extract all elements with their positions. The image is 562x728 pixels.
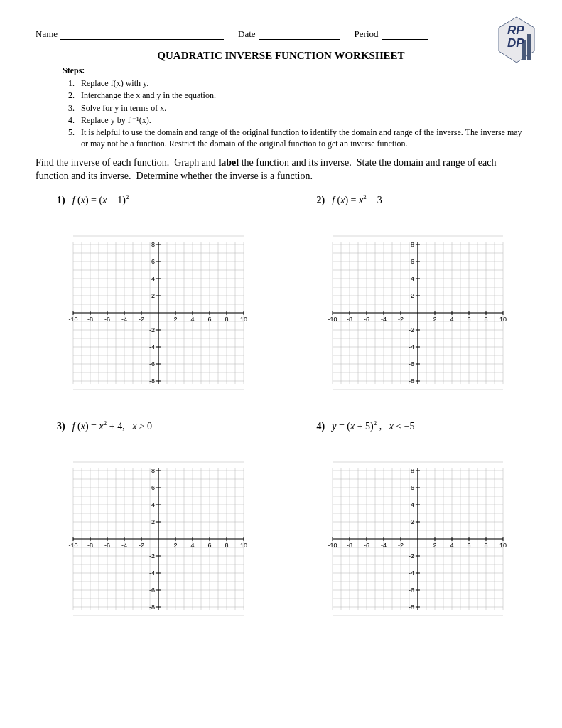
svg-text:-4: -4	[149, 343, 155, 350]
svg-text:6: 6	[207, 316, 211, 323]
svg-text:-4: -4	[121, 316, 127, 323]
svg-text:-2: -2	[149, 326, 155, 333]
svg-text:8: 8	[151, 241, 155, 248]
svg-text:-6: -6	[149, 360, 155, 368]
step-item: Interchange the x and y in the equation.	[77, 90, 526, 101]
step-item: It is helpful to use the domain and rang…	[77, 127, 526, 149]
svg-text:2: 2	[151, 292, 155, 299]
svg-text:-2: -2	[409, 326, 414, 333]
svg-text:-4: -4	[381, 316, 387, 323]
svg-text:DP: DP	[507, 36, 524, 50]
problem-label: 4)y = (x + 5)2 , x ≤ −5	[317, 419, 527, 432]
header-fields: Name Date Period RP DP	[36, 28, 526, 40]
svg-text:-4: -4	[409, 569, 414, 577]
instructions: Find the inverse of each function. Graph…	[36, 156, 526, 182]
svg-text:-6: -6	[409, 587, 414, 594]
svg-text:6: 6	[411, 258, 414, 265]
svg-text:-8: -8	[87, 316, 93, 323]
svg-text:8: 8	[225, 316, 228, 323]
svg-text:-2: -2	[149, 552, 155, 560]
svg-text:-10: -10	[68, 316, 77, 323]
graph-grid: -10-10-8-8-6-6-4-4-2-2224466881010	[36, 235, 267, 391]
svg-text:-10: -10	[328, 542, 337, 549]
svg-text:-2: -2	[398, 316, 404, 323]
svg-text:-4: -4	[381, 542, 387, 549]
problem-1: 1)f (x) = (x − 1)2 -10-10-8-8-6-6-4-4-2-…	[36, 194, 267, 413]
svg-text:6: 6	[207, 542, 211, 549]
svg-text:-8: -8	[347, 316, 352, 323]
svg-text:4: 4	[450, 542, 454, 549]
svg-text:-6: -6	[364, 542, 369, 549]
svg-text:8: 8	[485, 542, 488, 549]
problem-4: 4)y = (x + 5)2 , x ≤ −5 -10-10-8-8-6-6-4…	[296, 419, 527, 638]
svg-text:8: 8	[485, 316, 488, 323]
svg-text:10: 10	[499, 542, 507, 549]
svg-text:8: 8	[411, 467, 414, 474]
svg-text:-2: -2	[139, 316, 144, 323]
svg-text:-8: -8	[347, 542, 352, 549]
svg-text:6: 6	[411, 484, 414, 491]
steps-heading: Steps:	[63, 65, 85, 75]
steps-block: Steps: Replace f(x) with y. Interchange …	[63, 65, 526, 149]
svg-text:-10: -10	[328, 316, 337, 323]
steps-list: Replace f(x) with y. Interchange the x a…	[63, 77, 526, 149]
svg-text:6: 6	[468, 542, 471, 549]
svg-text:2: 2	[433, 316, 437, 323]
date-label: Date	[238, 28, 256, 40]
problem-label: 1)f (x) = (x − 1)2	[57, 194, 267, 207]
svg-text:-8: -8	[409, 378, 414, 385]
problems-grid: 1)f (x) = (x − 1)2 -10-10-8-8-6-6-4-4-2-…	[36, 194, 526, 638]
svg-text:-6: -6	[409, 360, 414, 368]
graph-grid: -10-10-8-8-6-6-4-4-2-2224466881010	[296, 235, 527, 391]
svg-text:-8: -8	[149, 604, 155, 611]
svg-text:10: 10	[499, 316, 507, 323]
step-item: Replace f(x) with y.	[77, 77, 526, 89]
svg-text:-2: -2	[409, 552, 414, 560]
svg-text:-4: -4	[409, 343, 414, 350]
problem-label: 2)f (x) = x2 − 3	[317, 194, 527, 207]
svg-text:2: 2	[411, 292, 414, 299]
svg-rect-2	[527, 34, 531, 60]
svg-text:6: 6	[468, 316, 471, 323]
name-label: Name	[36, 28, 58, 40]
date-blank[interactable]	[259, 29, 340, 40]
svg-text:-8: -8	[87, 542, 93, 549]
step-item: Replace y by f ⁻¹(x).	[77, 114, 526, 126]
svg-text:2: 2	[433, 542, 437, 549]
period-label: Period	[355, 28, 379, 40]
svg-text:-6: -6	[364, 316, 369, 323]
svg-text:-8: -8	[409, 604, 414, 611]
svg-text:4: 4	[450, 316, 454, 323]
svg-text:10: 10	[240, 542, 247, 549]
name-blank[interactable]	[60, 29, 224, 40]
problem-3: 3)f (x) = x2 + 4, x ≥ 0 -10-10-8-8-6-6-4…	[36, 419, 267, 638]
svg-text:8: 8	[225, 542, 228, 549]
svg-text:4: 4	[411, 275, 414, 282]
svg-text:4: 4	[411, 501, 414, 508]
svg-text:4: 4	[190, 316, 194, 323]
svg-text:2: 2	[411, 518, 414, 525]
period-blank[interactable]	[382, 29, 428, 40]
svg-text:6: 6	[151, 484, 155, 491]
graph-grid: -10-10-8-8-6-6-4-4-2-2224466881010	[36, 461, 267, 617]
svg-text:-2: -2	[398, 542, 404, 549]
svg-text:-2: -2	[139, 542, 144, 549]
svg-text:RP: RP	[507, 23, 524, 37]
svg-text:-4: -4	[121, 542, 127, 549]
svg-text:-10: -10	[68, 542, 77, 549]
svg-text:2: 2	[173, 542, 177, 549]
svg-text:-6: -6	[104, 542, 110, 549]
svg-text:-6: -6	[104, 316, 110, 323]
svg-text:10: 10	[240, 316, 247, 323]
svg-text:-8: -8	[149, 378, 155, 385]
page-title: QUADRATIC INVERSE FUNCTION WORKSHEET	[36, 50, 526, 62]
svg-text:4: 4	[190, 542, 194, 549]
problem-2: 2)f (x) = x2 − 3 -10-10-8-8-6-6-4-4-2-22…	[296, 194, 527, 413]
problem-label: 3)f (x) = x2 + 4, x ≥ 0	[57, 419, 267, 432]
svg-text:8: 8	[151, 467, 155, 474]
graph-grid: -10-10-8-8-6-6-4-4-2-2224466881010	[296, 461, 527, 617]
step-item: Solve for y in terms of x.	[77, 102, 526, 114]
svg-text:-4: -4	[149, 569, 155, 577]
svg-text:8: 8	[411, 241, 414, 248]
svg-text:6: 6	[151, 258, 155, 265]
